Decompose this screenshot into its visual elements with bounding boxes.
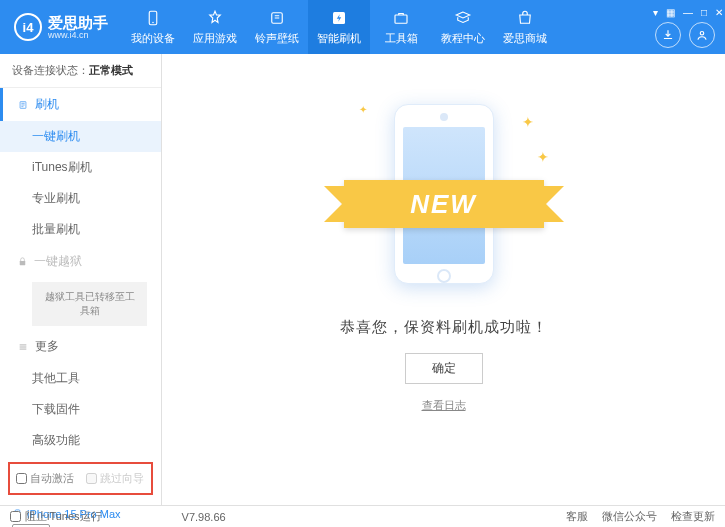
sidebar-item-other[interactable]: 其他工具 bbox=[0, 363, 161, 394]
more-icon bbox=[17, 342, 29, 352]
new-ribbon: NEW bbox=[344, 180, 544, 228]
menu-icon[interactable]: ▾ bbox=[651, 7, 660, 18]
grid-icon[interactable]: ▦ bbox=[664, 7, 677, 18]
block-itunes-checkbox[interactable]: 阻止iTunes运行 bbox=[10, 509, 102, 524]
sidebar-item-pro[interactable]: 专业刷机 bbox=[0, 183, 161, 214]
nav-toolbox[interactable]: 工具箱 bbox=[370, 0, 432, 54]
top-nav: 我的设备 应用游戏 铃声壁纸 智能刷机 工具箱 教程中心 爱思商城 bbox=[122, 0, 645, 54]
footer-link-wechat[interactable]: 微信公众号 bbox=[602, 509, 657, 524]
toolbox-icon bbox=[391, 8, 411, 28]
jailbreak-note: 越狱工具已转移至工具箱 bbox=[32, 282, 147, 326]
sidebar: 设备连接状态：正常模式 刷机 一键刷机 iTunes刷机 专业刷机 批量刷机 一… bbox=[0, 54, 162, 505]
footer-link-update[interactable]: 检查更新 bbox=[671, 509, 715, 524]
app-name: 爱思助手 bbox=[48, 15, 108, 30]
close-icon[interactable]: ✕ bbox=[713, 7, 725, 18]
options-box: 自动激活 跳过向导 bbox=[8, 462, 153, 495]
sidebar-item-advanced[interactable]: 高级功能 bbox=[0, 425, 161, 456]
tutorial-icon bbox=[453, 8, 473, 28]
sidebar-item-oneclick[interactable]: 一键刷机 bbox=[0, 121, 161, 152]
svg-rect-7 bbox=[20, 261, 26, 265]
device-icon bbox=[143, 8, 163, 28]
nav-apps[interactable]: 应用游戏 bbox=[184, 0, 246, 54]
connection-status: 设备连接状态：正常模式 bbox=[0, 54, 161, 88]
sidebar-item-itunes[interactable]: iTunes刷机 bbox=[0, 152, 161, 183]
store-icon bbox=[515, 8, 535, 28]
sparkle-icon: ✦ bbox=[359, 104, 367, 115]
section-more[interactable]: 更多 bbox=[0, 330, 161, 363]
skip-guide-checkbox[interactable]: 跳过向导 bbox=[86, 471, 144, 486]
flash-icon bbox=[329, 8, 349, 28]
footer-link-support[interactable]: 客服 bbox=[566, 509, 588, 524]
svg-point-5 bbox=[700, 31, 704, 35]
sparkle-icon: ✦ bbox=[522, 114, 534, 130]
download-button[interactable] bbox=[655, 22, 681, 48]
apps-icon bbox=[205, 8, 225, 28]
view-log-link[interactable]: 查看日志 bbox=[422, 398, 466, 413]
nav-flash[interactable]: 智能刷机 bbox=[308, 0, 370, 54]
svg-rect-4 bbox=[395, 15, 407, 23]
sidebar-item-batch[interactable]: 批量刷机 bbox=[0, 214, 161, 245]
lock-icon bbox=[17, 256, 28, 267]
nav-store[interactable]: 爱思商城 bbox=[494, 0, 556, 54]
user-button[interactable] bbox=[689, 22, 715, 48]
section-flash[interactable]: 刷机 bbox=[0, 88, 161, 121]
app-header: i4 爱思助手 www.i4.cn 我的设备 应用游戏 铃声壁纸 智能刷机 工具… bbox=[0, 0, 725, 54]
nav-tutorials[interactable]: 教程中心 bbox=[432, 0, 494, 54]
window-controls: ▾ ▦ — □ ✕ bbox=[651, 7, 725, 18]
auto-activate-checkbox[interactable]: 自动激活 bbox=[16, 471, 74, 486]
nav-ringtones[interactable]: 铃声壁纸 bbox=[246, 0, 308, 54]
success-illustration: ✦ ✦ ✦ NEW bbox=[324, 94, 564, 294]
main-content: ✦ ✦ ✦ NEW 恭喜您，保资料刷机成功啦！ 确定 查看日志 bbox=[162, 54, 725, 505]
version-label: V7.98.66 bbox=[182, 511, 226, 523]
success-message: 恭喜您，保资料刷机成功啦！ bbox=[340, 318, 548, 337]
minimize-icon[interactable]: — bbox=[681, 7, 695, 18]
logo-area: i4 爱思助手 www.i4.cn bbox=[0, 13, 122, 41]
maximize-icon[interactable]: □ bbox=[699, 7, 709, 18]
ringtone-icon bbox=[267, 8, 287, 28]
sidebar-item-firmware[interactable]: 下载固件 bbox=[0, 394, 161, 425]
svg-point-1 bbox=[152, 22, 154, 24]
nav-my-device[interactable]: 我的设备 bbox=[122, 0, 184, 54]
section-jailbreak: 一键越狱 bbox=[0, 245, 161, 278]
ok-button[interactable]: 确定 bbox=[405, 353, 483, 384]
logo-icon: i4 bbox=[14, 13, 42, 41]
app-site: www.i4.cn bbox=[48, 30, 108, 40]
sparkle-icon: ✦ bbox=[537, 149, 549, 165]
list-icon bbox=[17, 100, 29, 110]
